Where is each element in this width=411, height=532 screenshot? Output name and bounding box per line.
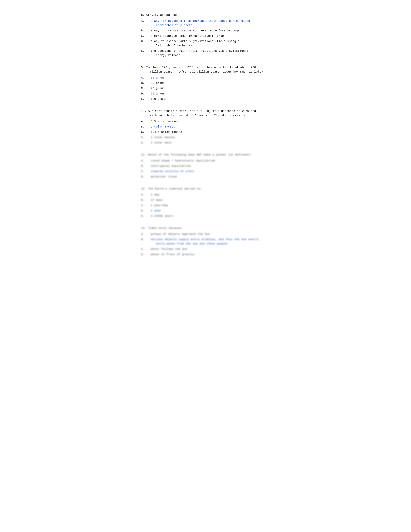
answer-11-C-letter: C. <box>141 169 151 174</box>
answer-13-C-letter: C. <box>141 247 151 251</box>
question-9-answers: A. 15 grams B. 30 grams C. 40 grams D. 6… <box>141 76 270 101</box>
answer-12-A-text: 1 day <box>151 193 270 197</box>
answer-12-A: A. 1 day <box>141 193 270 197</box>
answer-9-B-letter: B. <box>141 81 151 85</box>
answer-8-E-text: the boosting of solar fusion reactions v… <box>151 49 270 57</box>
answer-10-E-letter: E. <box>141 141 151 145</box>
answer-8-C: C. a more accurate name for centrifugal … <box>141 34 270 38</box>
answer-13-C-text: water follows the Sun <box>151 247 270 251</box>
answer-8-D-letter: D. <box>141 39 151 44</box>
answer-11-A-letter: A. <box>141 159 151 163</box>
answer-10-C: C. 1.414 solar masses <box>141 130 270 134</box>
answer-8-B-text: a way to use gravitational pressure to f… <box>151 28 270 33</box>
answer-9-A: A. 15 grams <box>141 76 270 80</box>
answer-10-E-text: 4 solar mass <box>151 141 270 145</box>
answer-12-A-letter: A. <box>141 193 151 197</box>
question-8-text: 8. Gravity assist is: <box>141 13 270 17</box>
answer-13-D-text: waves in front of gravity <box>151 252 270 257</box>
answer-11-A: A. round shape / hydrostatic equilibrium <box>141 159 270 163</box>
question-13-text: 13. Tides occur because: <box>141 226 270 230</box>
answer-10-D-letter: D. <box>141 135 151 140</box>
answer-12-B-letter: B. <box>141 198 151 202</box>
question-11-answers: A. round shape / hydrostatic equilibrium… <box>141 159 270 179</box>
answer-8-C-letter: C. <box>141 34 151 38</box>
question-10-text: 10. A planet orbits a star (not our Sun)… <box>141 109 270 118</box>
answer-11-B-text: centripetal equilibrium <box>151 164 270 168</box>
question-13-answers: A. groups of objects approach the Sun B.… <box>141 232 270 257</box>
question-13: 13. Tides occur because: A. groups of ob… <box>141 226 270 257</box>
answer-8-E-letter: E. <box>141 49 151 53</box>
answer-11-A-text: round shape / hydrostatic equilibrium <box>151 159 270 163</box>
answer-12-D-letter: D. <box>141 209 151 213</box>
question-8: 8. Gravity assist is: A. a way for space… <box>141 13 270 57</box>
answer-8-A: A. a way for spacecraft to increase thei… <box>141 19 270 28</box>
answer-9-B: B. 30 grams <box>141 81 270 85</box>
question-10-answers: A. 0.5 solar masses B. 2 solar masses C.… <box>141 119 270 145</box>
answer-13-B-letter: B. <box>141 237 151 242</box>
answer-8-D-text: a way to escape Earth's gravitational fi… <box>151 39 270 48</box>
answer-8-B-letter: B. <box>141 28 151 33</box>
answer-11-D: D. molecular cloud <box>141 175 270 179</box>
answer-9-C-text: 40 grams <box>151 86 270 91</box>
answer-12-B-text: 27 days <box>151 198 270 202</box>
question-12-answers: A. 1 day B. 27 days C. 1 year/day D. 1 y… <box>141 193 270 218</box>
answer-9-D-letter: D. <box>141 92 151 96</box>
answer-8-A-letter: A. <box>141 19 151 23</box>
answer-13-A: A. groups of objects approach the Sun <box>141 232 270 236</box>
answer-9-A-letter: A. <box>141 76 151 80</box>
answer-10-A: A. 0.5 solar masses <box>141 119 270 124</box>
answer-13-B-text: Various objects supply extra stimulus, a… <box>151 237 270 246</box>
answer-13-A-letter: A. <box>141 232 151 236</box>
exam-content: 8. Gravity assist is: A. a way for space… <box>141 13 270 257</box>
answer-11-C-text: cleared vicinity of orbit <box>151 169 270 174</box>
answer-12-E-letter: E. <box>141 214 151 218</box>
question-8-answers: A. a way for spacecraft to increase thei… <box>141 19 270 57</box>
answer-10-A-letter: A. <box>141 119 151 124</box>
answer-8-C-text: a more accurate name for centrifugal for… <box>151 34 270 38</box>
question-9-text: 9. You have 120 grams of U-235, which ha… <box>141 65 270 74</box>
answer-8-D: D. a way to escape Earth's gravitational… <box>141 39 270 48</box>
question-11: 11. Which of the following does NOT make… <box>141 153 270 179</box>
answer-11-B-letter: B. <box>141 164 151 168</box>
answer-9-D-text: 60 grams <box>151 92 270 96</box>
answer-9-E: E. 120 grams <box>141 97 270 101</box>
answer-12-D: D. 1 year <box>141 209 270 213</box>
answer-10-B-letter: B. <box>141 125 151 129</box>
answer-13-A-text: groups of objects approach the Sun <box>151 232 270 236</box>
question-9: 9. You have 120 grams of U-235, which ha… <box>141 65 270 101</box>
answer-12-C-letter: C. <box>141 203 151 208</box>
answer-10-C-letter: C. <box>141 130 151 134</box>
question-11-text: 11. Which of the following does NOT make… <box>141 153 270 157</box>
answer-9-D: D. 60 grams <box>141 92 270 96</box>
answer-8-A-text: a way for spacecraft to increase their s… <box>151 19 270 28</box>
answer-12-E-text: 3.15556 years <box>151 214 270 218</box>
answer-10-E: E. 4 solar mass <box>141 141 270 145</box>
answer-12-C: C. 1 year/day <box>141 203 270 208</box>
answer-9-C: C. 40 grams <box>141 86 270 91</box>
answer-10-D-text: 1 solar masses <box>151 135 270 140</box>
answer-12-B: B. 27 days <box>141 198 270 202</box>
answer-13-D: D. waves in front of gravity <box>141 252 270 257</box>
answer-11-D-letter: D. <box>141 175 151 179</box>
answer-11-B: B. centripetal equilibrium <box>141 164 270 168</box>
answer-10-A-text: 0.5 solar masses <box>151 119 270 124</box>
answer-12-D-text: 1 year <box>151 209 270 213</box>
answer-10-B: B. 2 solar masses <box>141 125 270 129</box>
answer-12-C-text: 1 year/day <box>151 203 270 208</box>
answer-13-D-letter: D. <box>141 252 151 257</box>
answer-11-D-text: molecular cloud <box>151 175 270 179</box>
answer-9-B-text: 30 grams <box>151 81 270 85</box>
question-12-text: 12. The Earth's sidereal period is: <box>141 187 270 191</box>
answer-11-C: C. cleared vicinity of orbit <box>141 169 270 174</box>
answer-9-E-text: 120 grams <box>151 97 270 101</box>
answer-9-C-letter: C. <box>141 86 151 91</box>
question-12: 12. The Earth's sidereal period is: A. 1… <box>141 187 270 218</box>
question-10: 10. A planet orbits a star (not our Sun)… <box>141 109 270 145</box>
answer-9-E-letter: E. <box>141 97 151 101</box>
answer-10-B-text: 2 solar masses <box>151 125 270 129</box>
answer-13-B: B. Various objects supply extra stimulus… <box>141 237 270 246</box>
answer-10-D: D. 1 solar masses <box>141 135 270 140</box>
answer-8-E: E. the boosting of solar fusion reaction… <box>141 49 270 57</box>
answer-13-C: C. water follows the Sun <box>141 247 270 251</box>
answer-12-E: E. 3.15556 years <box>141 214 270 218</box>
